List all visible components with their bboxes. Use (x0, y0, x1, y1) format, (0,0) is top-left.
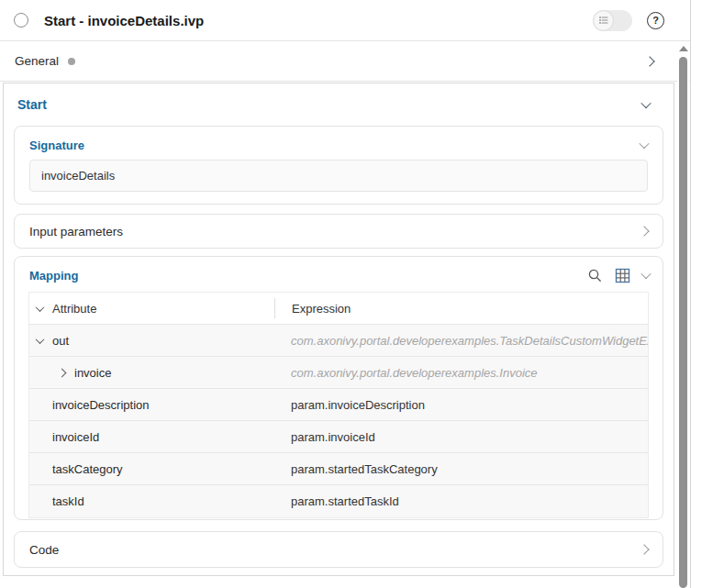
signature-header[interactable]: Signature (15, 127, 663, 158)
expression-value[interactable]: param.startedTaskCategory (274, 462, 648, 476)
search-icon[interactable] (587, 268, 603, 283)
details-toggle[interactable] (593, 10, 632, 31)
start-panel: Start Signature Input parameters Mapping (3, 83, 674, 576)
input-parameters-header[interactable]: Input parameters (15, 215, 663, 248)
start-event-icon (14, 13, 28, 28)
editor-header: Start - invoiceDetails.ivp ? (0, 0, 690, 41)
attribute-name: taskId (52, 494, 84, 508)
toggle-knob (594, 11, 613, 30)
collapse-all-icon[interactable] (36, 303, 45, 312)
signature-card: Signature (14, 126, 663, 205)
expression-value[interactable]: com.axonivy.portal.developerexamples.Inv… (274, 366, 648, 380)
chevron-right-icon (644, 56, 654, 66)
mapping-table-row[interactable]: taskCategory param.startedTaskCategory (29, 453, 648, 485)
chevron-right-icon (639, 226, 649, 236)
column-expression: Expression (292, 302, 351, 316)
row-expand-icon[interactable] (36, 335, 45, 344)
scroll-up-icon[interactable] (679, 46, 688, 51)
section-start-label: Start (17, 97, 47, 112)
signature-input[interactable] (29, 160, 648, 192)
mapping-table-row[interactable]: invoiceDescription param.invoiceDescript… (29, 389, 648, 421)
page-title: Start - invoiceDetails.ivp (44, 13, 204, 28)
chevron-down-icon (639, 139, 649, 149)
expression-value[interactable]: param.startedTaskId (274, 494, 648, 508)
mapping-table-row[interactable]: out com.axonivy.portal.developerexamples… (29, 325, 648, 357)
mapping-label: Mapping (29, 269, 78, 283)
input-parameters-label: Input parameters (29, 225, 123, 239)
column-attribute: Attribute (52, 302, 96, 316)
code-card: Code (14, 531, 663, 568)
signature-label: Signature (29, 139, 84, 152)
code-label: Code (29, 543, 59, 557)
attribute-name: invoiceDescription (52, 398, 150, 412)
expression-value[interactable]: param.invoiceDescription (274, 398, 648, 412)
attribute-name: out (52, 334, 69, 348)
chevron-down-icon (640, 98, 651, 108)
input-parameters-card: Input parameters (14, 214, 663, 249)
mapping-table-header-row: Attribute Expression (29, 293, 648, 325)
mapping-table: Attribute Expression out com.axonivy.por… (28, 292, 649, 518)
chevron-right-icon (639, 544, 649, 554)
list-icon (597, 14, 610, 27)
mapping-header[interactable]: Mapping (15, 257, 663, 290)
general-status-dot (68, 58, 75, 65)
expression-value[interactable]: com.axonivy.portal.developerexamples.Tas… (274, 334, 648, 348)
chevron-down-icon[interactable] (640, 269, 651, 279)
header-actions: ? (593, 10, 664, 31)
mapping-table-body: out com.axonivy.portal.developerexamples… (29, 325, 648, 517)
attribute-name: invoiceId (52, 430, 99, 444)
section-general[interactable]: General (0, 41, 690, 82)
expression-value[interactable]: param.invoiceId (274, 430, 648, 444)
section-general-label: General (15, 54, 59, 68)
attribute-name: invoice (74, 366, 111, 380)
mapping-card: Mapping (14, 256, 663, 520)
attribute-name: taskCategory (52, 462, 123, 476)
scrollbar-thumb[interactable] (679, 57, 687, 588)
vertical-scrollbar[interactable] (677, 41, 689, 588)
mapping-table-row[interactable]: invoiceId param.invoiceId (29, 421, 648, 453)
process-element-editor: Start - invoiceDetails.ivp ? Gener (0, 0, 724, 588)
code-header[interactable]: Code (15, 532, 663, 567)
panel-right-border (690, 0, 691, 588)
table-grid-icon[interactable] (615, 268, 630, 283)
row-expand-icon[interactable] (58, 368, 67, 377)
mapping-table-row[interactable]: taskId param.startedTaskId (29, 485, 648, 517)
mapping-table-row[interactable]: invoice com.axonivy.portal.developerexam… (29, 357, 648, 389)
mapping-toolbar (587, 268, 650, 283)
section-start[interactable]: Start (4, 83, 674, 126)
help-icon[interactable]: ? (647, 12, 664, 29)
